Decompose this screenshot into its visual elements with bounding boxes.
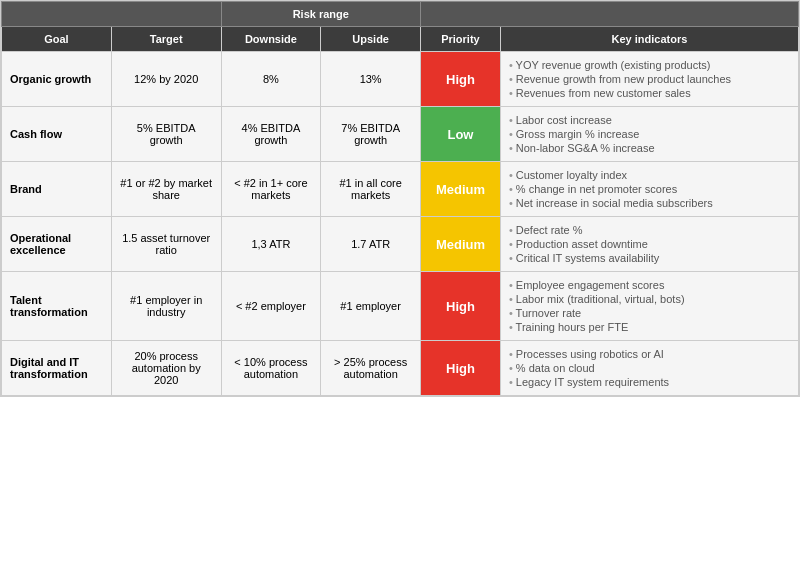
- upside-cell: > 25% process automation: [321, 341, 421, 396]
- priority-cell: Medium: [421, 162, 501, 217]
- indicator-item: % change in net promoter scores: [509, 182, 790, 196]
- table-row: Talent transformation#1 employer in indu…: [2, 272, 799, 341]
- goal-cell: Brand: [2, 162, 112, 217]
- goal-cell: Cash flow: [2, 107, 112, 162]
- table-row: Organic growth12% by 20208%13%HighYOY re…: [2, 52, 799, 107]
- risk-range-header: Risk range: [221, 2, 421, 27]
- priority-cell: Medium: [421, 217, 501, 272]
- goal-cell: Digital and IT transformation: [2, 341, 112, 396]
- downside-cell: < #2 in 1+ core markets: [221, 162, 321, 217]
- indicator-item: Turnover rate: [509, 306, 790, 320]
- upside-cell: #1 in all core markets: [321, 162, 421, 217]
- upside-cell: 1.7 ATR: [321, 217, 421, 272]
- risk-table-wrapper: Risk range Goal Target Downside Upside P…: [0, 0, 800, 397]
- upside-cell: #1 employer: [321, 272, 421, 341]
- target-cell: 12% by 2020: [111, 52, 221, 107]
- upside-header: Upside: [321, 27, 421, 52]
- downside-cell: < #2 employer: [221, 272, 321, 341]
- table-row: Digital and IT transformation20% process…: [2, 341, 799, 396]
- indicator-item: Net increase in social media subscribers: [509, 196, 790, 210]
- goal-cell: Talent transformation: [2, 272, 112, 341]
- key-indicators-cell: Defect rate %Production asset downtimeCr…: [500, 217, 798, 272]
- table-row: Cash flow5% EBITDA growth4% EBITDA growt…: [2, 107, 799, 162]
- key-indicators-cell: Customer loyalty index% change in net pr…: [500, 162, 798, 217]
- target-cell: #1 or #2 by market share: [111, 162, 221, 217]
- indicator-item: Labor cost increase: [509, 113, 790, 127]
- indicator-item: Legacy IT system requirements: [509, 375, 790, 389]
- indicator-item: Revenues from new customer sales: [509, 86, 790, 100]
- indicator-item: Gross margin % increase: [509, 127, 790, 141]
- key-indicators-cell: Labor cost increaseGross margin % increa…: [500, 107, 798, 162]
- downside-cell: 1,3 ATR: [221, 217, 321, 272]
- key-indicators-cell: Employee engagement scoresLabor mix (tra…: [500, 272, 798, 341]
- target-cell: 20% process automation by 2020: [111, 341, 221, 396]
- priority-cell: High: [421, 52, 501, 107]
- table-row: Brand#1 or #2 by market share< #2 in 1+ …: [2, 162, 799, 217]
- goal-cell: Organic growth: [2, 52, 112, 107]
- upside-cell: 7% EBITDA growth: [321, 107, 421, 162]
- risk-range-row: Risk range: [2, 2, 799, 27]
- target-header: Target: [111, 27, 221, 52]
- indicator-item: Employee engagement scores: [509, 278, 790, 292]
- risk-table: Risk range Goal Target Downside Upside P…: [1, 1, 799, 396]
- indicator-item: Labor mix (traditional, virtual, bots): [509, 292, 790, 306]
- indicator-item: Customer loyalty index: [509, 168, 790, 182]
- indicator-item: Production asset downtime: [509, 237, 790, 251]
- indicator-item: Defect rate %: [509, 223, 790, 237]
- upside-cell: 13%: [321, 52, 421, 107]
- indicator-item: YOY revenue growth (existing products): [509, 58, 790, 72]
- downside-cell: < 10% process automation: [221, 341, 321, 396]
- target-cell: 5% EBITDA growth: [111, 107, 221, 162]
- indicator-item: Training hours per FTE: [509, 320, 790, 334]
- indicator-item: Revenue growth from new product launches: [509, 72, 790, 86]
- indicator-item: Processes using robotics or AI: [509, 347, 790, 361]
- indicator-item: Critical IT systems availability: [509, 251, 790, 265]
- indicator-item: Non-labor SG&A % increase: [509, 141, 790, 155]
- priority-header: Priority: [421, 27, 501, 52]
- key-indicators-cell: YOY revenue growth (existing products)Re…: [500, 52, 798, 107]
- target-cell: #1 employer in industry: [111, 272, 221, 341]
- priority-cell: Low: [421, 107, 501, 162]
- goal-cell: Operational excellence: [2, 217, 112, 272]
- goal-header: Goal: [2, 27, 112, 52]
- table-row: Operational excellence1.5 asset turnover…: [2, 217, 799, 272]
- empty-header2: [421, 2, 799, 27]
- key-indicators-cell: Processes using robotics or AI% data on …: [500, 341, 798, 396]
- key-indicators-header: Key indicators: [500, 27, 798, 52]
- indicator-item: % data on cloud: [509, 361, 790, 375]
- priority-cell: High: [421, 272, 501, 341]
- downside-header: Downside: [221, 27, 321, 52]
- downside-cell: 8%: [221, 52, 321, 107]
- target-cell: 1.5 asset turnover ratio: [111, 217, 221, 272]
- column-headers-row: Goal Target Downside Upside Priority Key…: [2, 27, 799, 52]
- downside-cell: 4% EBITDA growth: [221, 107, 321, 162]
- priority-cell: High: [421, 341, 501, 396]
- empty-header: [2, 2, 222, 27]
